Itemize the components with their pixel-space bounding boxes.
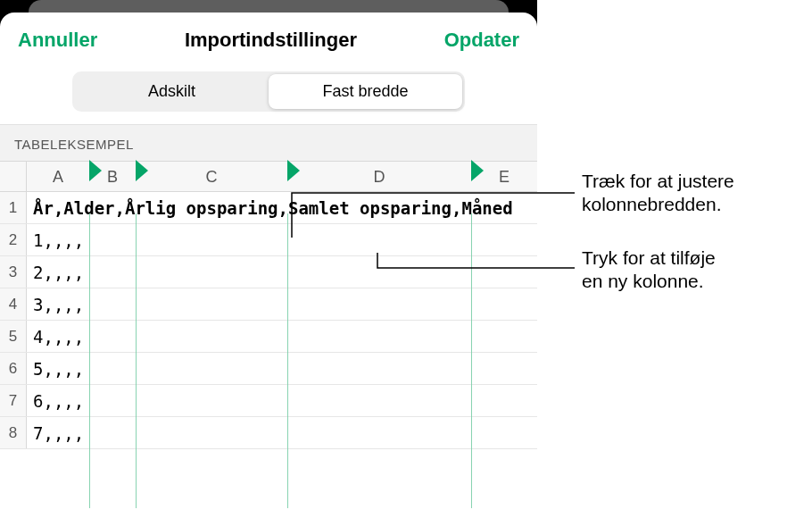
header-corner (0, 162, 27, 192)
table-row[interactable]: 7 6,,,, (0, 385, 537, 417)
row-number[interactable]: 3 (0, 256, 27, 288)
column-divider[interactable] (471, 213, 472, 508)
column-divider[interactable] (136, 213, 137, 508)
table-row[interactable]: 6 5,,,, (0, 353, 537, 385)
row-number[interactable]: 8 (0, 417, 27, 448)
col-header-a[interactable]: A (27, 162, 89, 192)
callout-text: en ny kolonne. (582, 271, 704, 291)
segment-delimited[interactable]: Adskilt (75, 74, 269, 109)
mode-segmented-control[interactable]: Adskilt Fast bredde (72, 71, 465, 112)
callout-text: Træk for at justere (582, 171, 734, 191)
table-body[interactable]: 1 År,Alder,Årlig opsparing,Samlet opspar… (0, 192, 537, 449)
cancel-button[interactable]: Annuller (18, 29, 97, 52)
table-row[interactable]: 1 År,Alder,Årlig opsparing,Samlet opspar… (0, 192, 537, 224)
row-number[interactable]: 1 (0, 192, 27, 223)
callout-text: kolonnebredden. (582, 194, 721, 214)
column-divider[interactable] (89, 213, 90, 508)
column-headers[interactable]: A B C D E (0, 162, 537, 192)
callout-resize: Træk for at justere kolonnebredden. (582, 170, 734, 217)
table-row[interactable]: 5 4,,,, (0, 321, 537, 353)
update-button[interactable]: Opdater (444, 29, 519, 52)
import-settings-sheet: Annuller Importindstillinger Opdater Ads… (0, 13, 537, 518)
callouts-panel: Træk for at justere kolonnebredden. Tryk… (537, 0, 812, 518)
table-row[interactable]: 8 7,,,, (0, 417, 537, 449)
sheet-title: Importindstillinger (185, 29, 357, 52)
table-row[interactable]: 2 1,,,, (0, 224, 537, 256)
row-number[interactable]: 6 (0, 353, 27, 384)
col-header-c[interactable]: C (136, 162, 287, 192)
section-label: TABELEKSEMPEL (14, 137, 523, 152)
column-resize-handle-icon[interactable] (89, 160, 102, 181)
sheet-back-shadow (29, 0, 509, 13)
callout-add-column: Tryk for at tilføje en ny kolonne. (582, 246, 716, 294)
row-text: 7,,,, (27, 423, 84, 443)
row-text: 4,,,, (27, 327, 84, 347)
row-text: 2,,,, (27, 263, 84, 282)
row-text: 6,,,, (27, 391, 84, 411)
table-row[interactable]: 4 3,,,, (0, 288, 537, 321)
row-text: År,Alder,Årlig opsparing,Samlet opsparin… (27, 198, 513, 218)
column-resize-handle-icon[interactable] (471, 160, 484, 181)
row-number[interactable]: 4 (0, 288, 27, 320)
row-text: 1,,,, (27, 230, 84, 250)
table-row[interactable]: 3 2,,,, (0, 256, 537, 288)
row-text: 3,,,, (27, 295, 84, 314)
column-resize-handle-icon[interactable] (136, 160, 148, 181)
row-number[interactable]: 2 (0, 224, 27, 255)
callout-text: Tryk for at tilføje (582, 247, 716, 268)
segment-fixed-width[interactable]: Fast bredde (269, 74, 462, 109)
row-text: 5,,,, (27, 359, 84, 379)
column-divider[interactable] (287, 213, 288, 508)
nav-bar: Annuller Importindstillinger Opdater (0, 13, 537, 66)
section-header: TABELEKSEMPEL (0, 124, 537, 162)
column-resize-handle-icon[interactable] (287, 160, 300, 181)
row-number[interactable]: 7 (0, 385, 27, 416)
row-number[interactable]: 5 (0, 321, 27, 352)
col-header-d[interactable]: D (287, 162, 471, 192)
